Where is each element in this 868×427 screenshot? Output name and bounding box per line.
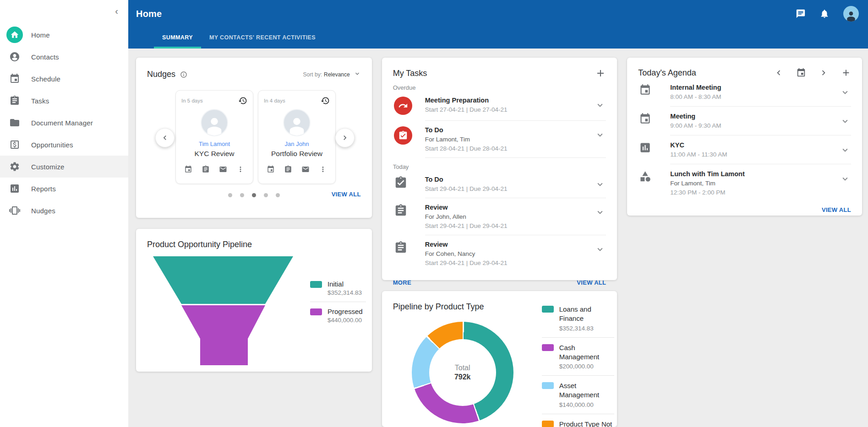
carousel-next-button[interactable] [335,128,355,147]
chevron-down-icon[interactable] [595,244,606,254]
legend-value: $352,314.83 [559,325,614,332]
main-area: Home SUMMARY MY CONTACTS' RECENT ACTIVIT… [128,0,868,427]
event-time: 8:00 AM - 8:30 AM [670,93,840,100]
agenda-row[interactable]: Internal Meeting 8:00 AM - 8:30 AM [638,78,851,106]
carousel-dot[interactable] [240,193,244,197]
task-title: To Do [425,126,595,134]
nudges-card: Nudges Sort by: Relevance In 5 da [136,58,372,218]
legend-divider [310,302,366,302]
agenda-row[interactable]: Lunch with Tim Lamont For Lamont, Tim 12… [638,164,851,202]
mail-icon[interactable] [301,165,310,173]
chevron-down-icon[interactable] [840,87,851,97]
chevron-down-icon[interactable] [840,174,851,184]
tasks-view-all-link[interactable]: VIEW ALL [577,279,606,286]
carousel-prev-button[interactable] [155,128,175,147]
task-row[interactable]: To Do Start 29-04-21 | Due 29-04-21 [393,170,606,198]
calendar-icon[interactable] [267,165,275,173]
follow-up-arrow-icon [394,97,412,115]
notifications-icon[interactable] [819,9,830,19]
chevron-left-icon[interactable] [774,68,784,78]
agenda-row[interactable]: Meeting 9:00 AM - 9:30 AM [638,107,851,135]
contact-name-link[interactable]: Tim Lamont [181,141,247,147]
history-icon[interactable] [238,96,247,105]
carousel-dot[interactable] [228,193,232,197]
tab-summary[interactable]: SUMMARY [154,28,201,49]
event-title: KYC [670,141,840,149]
carousel-dot[interactable] [276,193,280,197]
sidebar: ‹ Home Contacts Schedule Tasks Document … [0,0,128,427]
calendar-icon [638,113,670,127]
bar-chart-icon [638,141,670,156]
chat-icon[interactable] [796,9,806,19]
legend-name: Loans and Finance [559,305,614,324]
info-icon[interactable] [180,71,187,78]
task-row[interactable]: Review For Cohen, Nancy Start 29-04-21 |… [393,235,606,272]
chevron-down-icon[interactable] [840,145,851,155]
sidebar-item-document-manager[interactable]: Document Manager [0,112,128,134]
sidebar-item-reports[interactable]: Reports [0,178,128,200]
legend-swatch [310,308,322,315]
chevron-down-icon[interactable] [840,116,851,126]
sidebar-item-opportunities[interactable]: Opportunities [0,134,128,156]
legend-value: $200,000.00 [559,363,614,370]
legend-divider [542,337,614,338]
person-icon [6,49,23,65]
task-title: Review [425,241,595,248]
nudge-card[interactable]: In 5 days Tim Lamont KYC Review [175,90,253,184]
donut-center-value: 792k [454,373,471,381]
carousel-dot[interactable] [264,193,268,197]
legend-name: Asset Management [559,381,614,400]
calendar-icon[interactable] [796,68,806,78]
legend-swatch [542,382,554,389]
clipboard-icon[interactable] [202,165,210,173]
sidebar-item-tasks[interactable]: Tasks [0,90,128,112]
chevron-down-icon[interactable] [595,179,606,189]
user-avatar[interactable] [843,6,859,22]
calendar-icon[interactable] [184,165,192,173]
sidebar-item-schedule[interactable]: Schedule [0,68,128,90]
tasks-more-link[interactable]: MORE [393,279,411,286]
sort-dropdown[interactable]: Sort by: Relevance [303,70,361,79]
tab-recent-activities[interactable]: MY CONTACTS' RECENT ACTIVITIES [201,28,324,49]
agenda-title: Today's Agenda [638,68,696,78]
task-dates: Start 27-04-21 | Due 27-04-21 [425,106,595,113]
clipboard-icon[interactable] [284,165,292,173]
sidebar-item-contacts[interactable]: Contacts [0,46,128,68]
agenda-row[interactable]: KYC 11:00 AM - 11:30 AM [638,135,851,164]
nudges-view-all-link[interactable]: VIEW ALL [332,191,361,198]
legend-swatch [310,281,322,288]
legend-swatch [542,306,554,313]
history-icon[interactable] [321,96,330,105]
event-title: Meeting [670,113,840,120]
appbar: Home SUMMARY MY CONTACTS' RECENT ACTIVIT… [128,0,868,49]
chevron-down-icon[interactable] [595,100,606,110]
sidebar-item-home[interactable]: Home [0,24,128,46]
task-row[interactable]: To Do For Lamont, Tim Start 28-04-21 | D… [393,121,606,157]
sidebar-collapse-button[interactable]: ‹ [115,6,118,16]
legend-divider [542,375,614,376]
sidebar-item-nudges[interactable]: Nudges [0,200,128,222]
vibrate-phone-icon [6,202,23,219]
task-title: Review [425,204,595,211]
chevron-right-icon[interactable] [819,68,829,78]
task-row[interactable]: Meeting Preparation Start 27-04-21 | Due… [393,91,606,120]
chevron-down-icon[interactable] [595,130,606,140]
more-vert-icon[interactable] [236,165,245,173]
contact-name-link[interactable]: Jan John [264,141,330,147]
gear-icon [6,158,23,175]
sort-label: Sort by: [303,71,322,78]
mail-icon[interactable] [219,165,227,173]
add-event-button[interactable] [841,68,851,78]
carousel-dot[interactable] [252,193,256,197]
tab-bar: SUMMARY MY CONTACTS' RECENT ACTIVITIES [154,28,324,49]
clipboard-icon [393,204,425,217]
nudge-card[interactable]: In 4 days Jan John Portfolio Review [258,90,336,184]
task-row[interactable]: Review For John, Allen Start 29-04-21 | … [393,198,606,235]
chevron-down-icon[interactable] [595,207,606,217]
more-vert-icon[interactable] [319,165,327,173]
agenda-view-all-link[interactable]: VIEW ALL [822,206,851,213]
dollar-box-icon [6,136,23,153]
nudge-due: In 5 days [181,98,203,103]
sidebar-item-customize[interactable]: Customize [0,156,128,178]
add-task-button[interactable] [595,68,606,79]
